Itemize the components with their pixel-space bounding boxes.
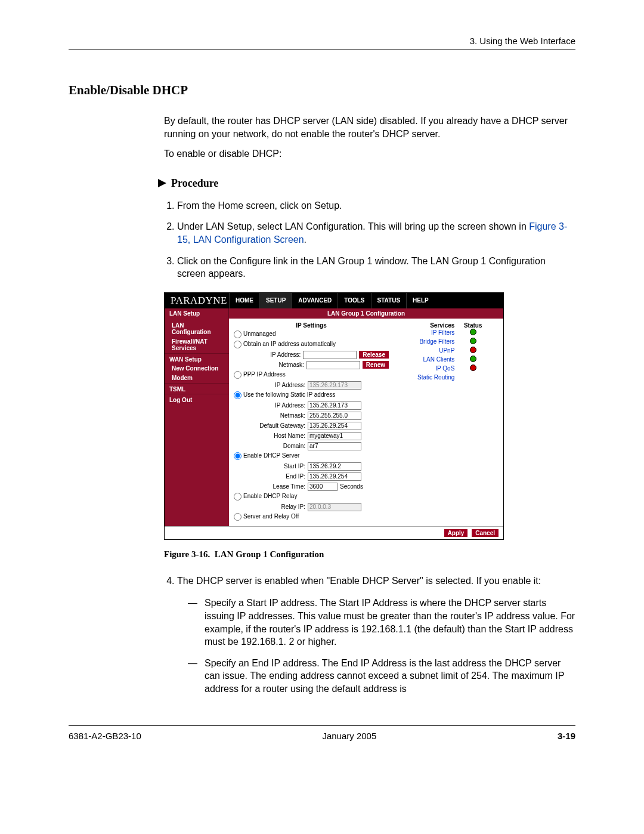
nav-help[interactable]: HELP [406,293,435,308]
nav-home[interactable]: HOME [229,293,259,308]
radio-off[interactable] [234,513,242,521]
radio-ppp[interactable] [234,371,242,379]
sidebar-item-firewall[interactable]: Firewall/NAT Services [165,337,229,353]
sidebar-item-logout[interactable]: Log Out [165,394,229,404]
ppp-ip-label: IP Address: [234,382,308,388]
router-topbar: PARADYNE HOME SETUP ADVANCED TOOLS STATU… [165,293,503,308]
router-ui: PARADYNE HOME SETUP ADVANCED TOOLS STATU… [164,292,504,540]
startip-label: Start IP: [234,463,308,469]
procedure-steps: From the Home screen, click on Setup. Un… [164,199,575,280]
sidebar-head-wan: WAN Setup [165,353,229,364]
ipaddr-input[interactable] [303,351,357,359]
netmask-input[interactable] [306,361,360,369]
svc-ipfilters[interactable]: IP Filters [398,329,458,338]
ipaddr-label: IP Address: [234,351,303,358]
step-3: Click on the Configure link in the LAN G… [177,255,575,280]
lease-suffix: Seconds [340,483,363,490]
svg-marker-0 [158,179,166,187]
sub-steps: —Specify a Start IP address. The Start I… [188,597,575,695]
static-ip-input[interactable] [308,401,361,410]
step-2-text-b: . [304,234,306,245]
ppp-label: PPP IP Address [243,371,286,378]
router-bottombar: Apply Cancel [165,526,503,539]
dash-icon: — [188,597,205,648]
step-4: The DHCP server is enabled when "Enable … [177,574,575,588]
radio-obtain[interactable] [234,341,242,348]
subbar-title: LAN Group 1 Configuration [229,308,503,319]
sidebar-item-modem[interactable]: Modem [165,373,229,383]
apply-button[interactable]: Apply [444,529,468,537]
svc-bridgefilters[interactable]: Bridge Filters [398,338,458,347]
gw-label: Default Gateway: [234,422,308,429]
lease-input[interactable] [308,483,338,491]
unmanaged-label: Unmanaged [243,330,275,337]
step-2-text-a: Under LAN Setup, select LAN Configuratio… [177,221,529,231]
dash-icon: — [188,657,205,696]
netmask-label: Netmask: [234,362,306,368]
release-button[interactable]: Release [359,351,389,359]
lease-label: Lease Time: [234,483,308,490]
relayip-input [308,503,361,511]
svc-lanclients[interactable]: LAN Clients [398,356,458,365]
static-nm-label: Netmask: [234,412,308,419]
substep-b: Specify an End IP address. The End IP Ad… [205,657,575,696]
status-dot-icon [470,329,476,335]
enable-relay-label: Enable DHCP Relay [243,493,297,499]
status-dot-icon [470,356,476,362]
radio-unmanaged[interactable] [234,330,242,338]
static-nm-input[interactable] [308,412,361,420]
chapter-header: 3. Using the Web Interface [69,36,575,46]
domain-input[interactable] [308,442,361,450]
intro-p1: By default, the router has DHCP server (… [164,115,575,140]
router-sidebar: LAN Configuration Firewall/NAT Services … [165,319,229,526]
endip-label: End IP: [234,473,308,480]
sidebar-head-tsml[interactable]: TSML [165,383,229,394]
off-label: Server and Relay Off [243,513,299,520]
host-input[interactable] [308,432,361,440]
svc-ipqos[interactable]: IP QoS [398,365,458,373]
renew-button[interactable]: Renew [363,361,389,369]
endip-input[interactable] [308,472,361,481]
status-dot-icon [470,338,476,344]
obtain-label: Obtain an IP address automatically [243,341,336,347]
enable-dhcp-label: Enable DHCP Server [243,452,299,459]
procedure-label: Procedure [171,177,218,190]
host-label: Host Name: [234,433,308,439]
footer-center: January 2005 [322,731,376,741]
svc-staticrouting[interactable]: Static Routing [398,373,458,382]
relayip-label: Relay IP: [234,504,308,510]
ip-settings-column: IP Settings Unmanaged Obtain an IP addre… [234,322,389,523]
nav-tools[interactable]: TOOLS [338,293,370,308]
step-1: From the Home screen, click on Setup. [177,199,575,212]
subbar-section: LAN Setup [165,308,229,319]
sidebar-item-lan-config[interactable]: LAN Configuration [165,321,229,337]
section-title: Enable/Disable DHCP [69,83,575,98]
cancel-button[interactable]: Cancel [472,529,499,537]
step-2: Under LAN Setup, select LAN Configuratio… [177,220,575,246]
radio-static[interactable] [234,391,242,399]
nav-status[interactable]: STATUS [371,293,407,308]
nav-advanced[interactable]: ADVANCED [292,293,338,308]
header-rule [69,50,575,50]
sidebar-item-newconn[interactable]: New Connection [165,364,229,373]
svc-upnp[interactable]: UPnP [398,347,458,356]
gw-input[interactable] [308,422,361,430]
nav-setup[interactable]: SETUP [259,293,292,308]
radio-enable-dhcp[interactable] [234,452,242,460]
services-column: Services Status IP Filters Bridge Filter… [398,322,488,523]
footer-left: 6381-A2-GB23-10 [69,731,141,741]
ip-settings-title: IP Settings [234,322,389,329]
static-ip-label: IP Address: [234,402,308,409]
procedure-steps-cont: The DHCP server is enabled when "Enable … [164,574,575,588]
services-head: Services [398,322,458,329]
intro-p2: To enable or disable DHCP: [164,147,575,160]
startip-input[interactable] [308,462,361,471]
ppp-ip-input [308,381,361,390]
figure-caption: Figure 3-16. LAN Group 1 Configuration [164,549,504,560]
procedure-arrow-icon [158,179,166,187]
radio-enable-relay[interactable] [234,493,242,501]
router-subbar: LAN Setup LAN Group 1 Configuration [165,308,503,319]
footer-page-number: 3-19 [558,731,575,741]
brand-logo: PARADYNE [165,293,229,308]
figure-number: Figure 3-16. [164,549,210,559]
